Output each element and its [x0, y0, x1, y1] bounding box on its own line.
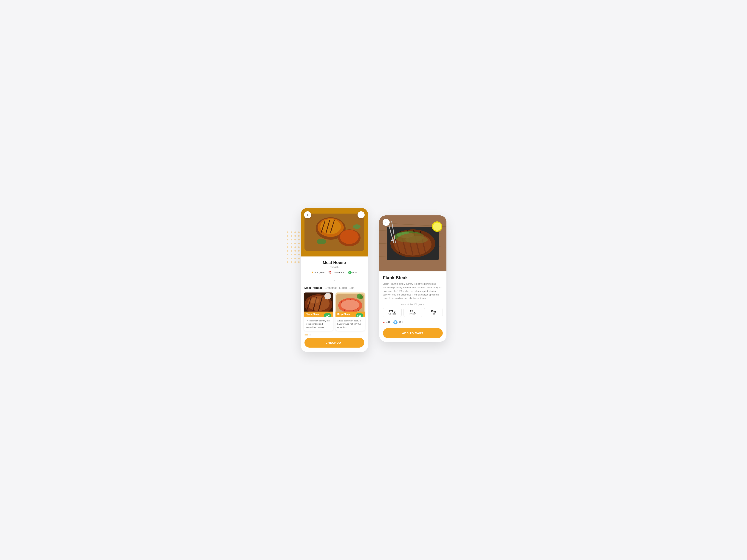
delivery-fee-meta: $ Free — [348, 271, 358, 274]
hero-image-left: ‹ ⋯ — [301, 208, 368, 257]
likes-count: 452 — [386, 321, 390, 324]
svg-point-2 — [294, 232, 296, 233]
scene: ‹ ⋯ Meat House Turkish ★ 4.9 (285) ⏰ 15-… — [301, 208, 446, 352]
expand-chevron[interactable]: ∨ — [301, 277, 368, 284]
back-icon-left: ‹ — [307, 213, 308, 216]
back-button-left[interactable]: ‹ — [304, 211, 311, 218]
category-tabs: Most Popular Breakfast Lunch Sna — [301, 284, 368, 292]
svg-point-56 — [325, 294, 330, 299]
svg-point-19 — [298, 246, 300, 248]
svg-point-17 — [291, 246, 292, 248]
tab-most-popular[interactable]: Most Popular — [305, 286, 325, 290]
comment-bubble-icon — [393, 320, 397, 324]
svg-point-30 — [294, 258, 296, 259]
heart-icon: ♥ — [383, 321, 385, 324]
svg-point-14 — [294, 243, 296, 244]
svg-point-83 — [394, 233, 432, 256]
fat-label: Fat — [426, 313, 441, 315]
svg-point-6 — [294, 235, 296, 237]
svg-point-7 — [298, 235, 300, 237]
restaurant-info: Meat House Turkish ★ 4.9 (285) ⏰ 15-25 m… — [301, 257, 368, 277]
svg-point-32 — [287, 261, 288, 263]
svg-point-26 — [294, 254, 296, 256]
tab-lunch[interactable]: Lunch — [339, 286, 350, 290]
svg-point-10 — [294, 239, 296, 240]
likes-item: ♥ 452 — [383, 321, 390, 324]
back-button-right[interactable]: ‹ — [383, 219, 390, 226]
add-to-cart-button[interactable]: ADD TO CART — [383, 328, 443, 338]
tab-snacks[interactable]: Sna — [350, 286, 357, 290]
svg-point-24 — [287, 254, 288, 256]
svg-point-47 — [353, 224, 361, 229]
flank-steak-price: $20 — [324, 313, 331, 317]
product-name: Flank Steak — [383, 275, 443, 281]
social-row: ♥ 452 121 — [383, 320, 443, 324]
tab-breakfast[interactable]: Breakfast — [325, 286, 339, 290]
svg-point-18 — [294, 246, 296, 248]
comments-item: 121 — [393, 320, 403, 324]
svg-point-46 — [317, 239, 326, 244]
svg-point-23 — [298, 250, 300, 251]
dot-active — [305, 335, 308, 336]
flank-steak-image: Flank Steak $20 — [304, 292, 333, 317]
food-grid: Flank Steak $20 This is simply dummy tex… — [301, 292, 368, 334]
svg-point-54 — [310, 298, 319, 303]
protein-value: 25 g — [405, 310, 420, 313]
rating-reviews: (285) — [319, 271, 325, 274]
food-card-strip-steak[interactable]: Strip Steak $25 A type specimen book. It… — [335, 292, 365, 331]
fat-value: 19 g — [426, 310, 441, 313]
svg-point-16 — [287, 246, 288, 248]
svg-point-12 — [287, 243, 288, 244]
svg-point-0 — [287, 232, 288, 233]
more-icon-left: ⋯ — [359, 213, 363, 217]
food-card-flank-steak[interactable]: Flank Steak $20 This is simply dummy tex… — [304, 292, 333, 331]
comments-count: 121 — [398, 321, 403, 324]
svg-point-8 — [287, 239, 288, 240]
svg-point-31 — [298, 258, 300, 259]
product-details: Flank Steak Lorem Ipsum is simply dummy … — [379, 271, 446, 342]
strip-steak-description: A type specimen book. It has survived no… — [335, 317, 365, 331]
rating-meta: ★ 4.9 (285) — [311, 271, 325, 274]
svg-point-22 — [294, 250, 296, 251]
svg-point-35 — [298, 261, 300, 263]
restaurant-name: Meat House — [305, 260, 363, 265]
svg-point-88 — [433, 222, 441, 231]
svg-point-20 — [287, 250, 288, 251]
strip-steak-image: Strip Steak $25 — [335, 292, 365, 317]
product-description: Lorem Ipsum is simply dummy text of the … — [383, 282, 443, 300]
delivery-time-meta: ⏰ 15-25 mins — [328, 271, 344, 274]
pagination-dots — [301, 334, 368, 338]
calories-label: Calories — [385, 313, 400, 315]
strip-steak-price: $25 — [356, 313, 363, 317]
svg-point-25 — [291, 254, 292, 256]
restaurant-meta: ★ 4.9 (285) ⏰ 15-25 mins $ Free — [305, 271, 363, 274]
restaurant-cuisine: Turkish — [305, 266, 363, 269]
protein-label: Protein — [405, 313, 420, 315]
svg-point-4 — [287, 235, 288, 237]
delivery-time: 15-25 mins — [332, 271, 344, 274]
nutrition-grid: 271 g Calories 25 g Protein 19 g Fat — [383, 308, 443, 317]
svg-point-45 — [340, 230, 359, 244]
svg-point-64 — [341, 300, 359, 310]
svg-point-15 — [298, 243, 300, 244]
back-icon-right: ‹ — [386, 221, 386, 224]
svg-point-21 — [291, 250, 292, 251]
delivery-fee: Free — [353, 271, 358, 274]
svg-point-13 — [291, 243, 292, 244]
nutrition-label: Amount Per 100 grams — [383, 303, 443, 306]
svg-point-1 — [291, 232, 292, 233]
svg-point-27 — [298, 254, 300, 256]
hero-image-right: ‹ — [379, 215, 446, 271]
nutrition-protein: 25 g Protein — [404, 308, 422, 317]
clock-icon: ⏰ — [328, 271, 331, 274]
svg-point-33 — [291, 261, 292, 263]
svg-point-28 — [287, 258, 288, 259]
checkout-button[interactable]: CHECKOUT — [305, 338, 364, 348]
nutrition-fat: 19 g Fat — [424, 308, 443, 317]
more-button-left[interactable]: ⋯ — [358, 211, 365, 218]
right-phone-card: ‹ Flank Steak Lorem Ipsum is simply dumm… — [379, 215, 446, 342]
left-phone-card: ‹ ⋯ Meat House Turkish ★ 4.9 (285) ⏰ 15-… — [301, 208, 368, 352]
svg-point-29 — [291, 258, 292, 259]
svg-point-9 — [291, 239, 292, 240]
svg-point-5 — [291, 235, 292, 237]
